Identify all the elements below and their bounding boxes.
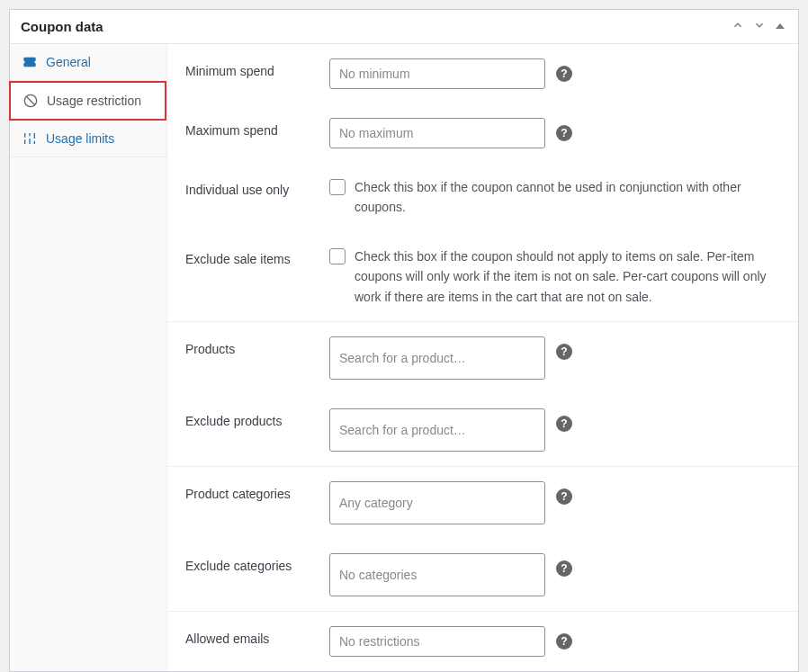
help-icon[interactable]: ? [556,633,572,650]
help-icon[interactable]: ? [556,125,572,141]
checkbox-exclude-sale[interactable] [329,248,346,264]
coupon-data-panel: Coupon data General [9,9,799,672]
panel-body: General Usage restriction Usage limits M… [10,44,798,671]
sidebar-item-label: Usage restriction [47,94,141,108]
label-exclude-categories: Exclude categories [185,553,329,573]
row-individual-use: Individual use only Check this box if th… [167,163,798,232]
row-maximum-spend: Maximum spend ? [167,103,798,163]
row-exclude-products: Exclude products Search for a product… ? [167,394,798,466]
sidebar-item-usage-limits[interactable]: Usage limits [10,121,166,157]
ticket-icon [22,55,37,69]
select-products[interactable]: Search for a product… [329,336,545,380]
row-allowed-emails: Allowed emails ? [167,611,798,671]
sliders-icon [22,131,37,146]
row-minimum-spend: Minimum spend ? [167,44,798,103]
label-maximum-spend: Maximum spend [185,118,329,138]
collapse-icon[interactable] [773,18,787,36]
form-content: Minimum spend ? Maximum spend ? Individu… [167,44,798,671]
ban-icon [23,94,38,108]
label-exclude-sale: Exclude sale items [185,246,329,266]
label-minimum-spend: Minimum spend [185,58,329,78]
label-product-categories: Product categories [185,481,329,501]
description-individual-use: Check this box if the coupon cannot be u… [355,177,780,218]
help-icon[interactable]: ? [556,488,572,505]
panel-controls [730,17,787,36]
select-exclude-categories[interactable]: No categories [329,553,545,596]
select-product-categories[interactable]: Any category [329,481,545,524]
row-product-categories: Product categories Any category ? [167,466,798,539]
move-up-icon[interactable] [730,17,746,36]
sidebar-item-label: Usage limits [46,131,114,146]
help-icon[interactable]: ? [556,344,572,360]
select-exclude-products[interactable]: Search for a product… [329,408,545,452]
panel-header: Coupon data [10,10,798,44]
row-products: Products Search for a product… ? [167,321,798,394]
help-icon[interactable]: ? [556,66,572,82]
input-allowed-emails[interactable] [329,626,545,657]
help-icon[interactable]: ? [556,560,572,577]
label-individual-use: Individual use only [185,177,329,197]
help-icon[interactable]: ? [556,416,572,432]
checkbox-individual-use[interactable] [329,179,346,195]
sidebar-item-usage-restriction[interactable]: Usage restriction [9,81,166,121]
move-down-icon[interactable] [751,17,768,36]
sidebar-item-label: General [46,55,91,69]
row-exclude-categories: Exclude categories No categories ? [167,539,798,611]
sidebar: General Usage restriction Usage limits [10,44,167,671]
svg-marker-0 [776,23,785,29]
description-exclude-sale: Check this box if the coupon should not … [355,246,780,307]
sidebar-item-general[interactable]: General [10,44,166,81]
label-products: Products [185,336,329,356]
row-exclude-sale: Exclude sale items Check this box if the… [167,232,798,321]
input-minimum-spend[interactable] [329,58,545,89]
label-exclude-products: Exclude products [185,408,329,428]
svg-line-2 [26,96,34,104]
label-allowed-emails: Allowed emails [185,626,329,646]
input-maximum-spend[interactable] [329,118,545,148]
panel-title: Coupon data [21,19,103,34]
